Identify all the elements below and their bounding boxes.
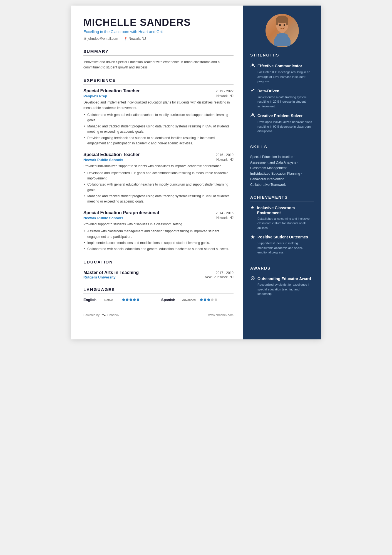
skills-title: SKILLS <box>250 145 314 149</box>
skill-dot-2: · <box>297 161 298 164</box>
achievement-desc-2: Supported students in making measurable … <box>250 241 314 255</box>
strength-item-1: Effective Communicator Facilitated IEP m… <box>250 63 314 84</box>
bullet-item: Managed and tracked student progress usi… <box>83 194 234 204</box>
achievement-item-2: Positive Student Outcomes Supported stud… <box>250 235 314 255</box>
achievement-header-1: Inclusive Classroom Environment <box>250 205 314 215</box>
svg-point-4 <box>279 24 281 26</box>
job-location-2: Newark, NJ <box>216 158 234 162</box>
job-org-3: Newark Public Schools <box>83 216 123 220</box>
strengths-divider <box>250 59 314 59</box>
powered-by-label: Powered by <box>83 313 100 317</box>
strength-desc-1: Facilitated IEP meetings resulting in an… <box>250 70 314 84</box>
tagline: Excelling in the Classroom with Heart an… <box>83 29 234 34</box>
positive-outcomes-icon <box>250 235 255 240</box>
svg-point-5 <box>284 24 285 26</box>
languages-title: LANGUAGES <box>83 287 234 292</box>
edu-location-1: New Brunswick, NJ <box>205 275 234 279</box>
bullet-item: Collaborated with general education teac… <box>83 182 234 193</box>
summary-title: SUMMARY <box>83 49 234 54</box>
svg-rect-3 <box>286 19 288 25</box>
strength-title-1: Effective Communicator <box>257 64 302 68</box>
footer: Powered by Enhancv www.enhancv.com <box>83 313 234 317</box>
education-divider <box>83 266 234 266</box>
dot <box>211 299 214 301</box>
photo-placeholder <box>266 14 299 47</box>
bullet-item: Developed and implemented IEP goals and … <box>83 171 234 181</box>
summary-text: Innovative and driven Special Education … <box>83 60 234 70</box>
education-section: EDUCATION Master of Arts in Teaching 201… <box>83 260 234 279</box>
job-bullets-1: Collaborated with general education teac… <box>83 112 234 146</box>
skill-dot-3: · <box>288 166 289 169</box>
lang-level-spanish: Advanced <box>182 298 197 302</box>
lang-name-english: English <box>83 298 101 302</box>
location-contact: 📍 Newark, NJ <box>124 37 146 41</box>
edu-degree-1: Master of Arts in Teaching <box>83 270 139 275</box>
edu-org-1: Rutgers University <box>83 275 116 279</box>
job-title-2: Special Education Teacher <box>83 152 140 157</box>
strength-title-2: Data-Driven <box>257 89 279 93</box>
job-org-line-1: People's Prep Newark, NJ <box>83 94 234 98</box>
job-dates-2: 2016 - 2019 <box>216 153 234 157</box>
lang-dots-english <box>122 299 139 301</box>
strength-desc-3: Developed individualized behavior plans … <box>250 120 314 134</box>
strengths-title: STRENGTHS <box>250 53 314 57</box>
dot <box>200 299 203 301</box>
job-entry-3: Special Education Paraprofessional 2014 … <box>83 210 234 252</box>
achievement-item-1: Inclusive Classroom Environment Establis… <box>250 205 314 230</box>
edu-entry-1: Master of Arts in Teaching 2017 - 2019 R… <box>83 270 234 279</box>
language-spanish: Spanish Advanced <box>161 298 234 302</box>
summary-section: SUMMARY Innovative and driven Special Ed… <box>83 49 234 70</box>
achievements-divider <box>250 201 314 201</box>
job-header-1: Special Education Teacher 2019 - 2022 <box>83 88 234 93</box>
bullet-item: Provided ongoing feedback and support to… <box>83 135 234 146</box>
strengths-section: STRENGTHS Effective Communicator Facilit… <box>243 53 321 138</box>
edu-dates-1: 2017 - 2019 <box>216 271 234 275</box>
languages-divider <box>83 293 234 294</box>
website-url: www.enhancv.com <box>208 313 234 317</box>
summary-divider <box>83 55 234 56</box>
strength-header-3: Creative Problem-Solver <box>250 113 314 119</box>
job-bullets-2: Developed and implemented IEP goals and … <box>83 171 234 204</box>
achievement-title-1: Inclusive Classroom Environment <box>257 205 314 215</box>
strength-desc-2: Implemented a data tracking system resul… <box>250 95 314 109</box>
lang-name-spanish: Spanish <box>161 298 179 302</box>
photo-area <box>243 6 321 53</box>
skill-label-4: Individualized Education Planning <box>250 172 300 176</box>
strength-title-3: Creative Problem-Solver <box>257 114 303 118</box>
left-column: MICHELLE SANDERS Excelling in the Classr… <box>71 6 243 339</box>
award-header-1: Outstanding Educator Award <box>250 276 314 281</box>
strength-item-2: Data-Driven Implemented a data tracking … <box>250 88 314 109</box>
dot <box>133 299 136 301</box>
enhancv-logo-svg <box>101 313 106 317</box>
experience-divider <box>83 84 234 85</box>
achievements-title: ACHIEVEMENTS <box>250 195 314 199</box>
achievement-title-2: Positive Student Outcomes <box>257 235 308 240</box>
powered-by: Powered by Enhancv <box>83 313 119 317</box>
person-silhouette <box>268 15 296 46</box>
job-dates-1: 2019 - 2022 <box>216 89 234 93</box>
languages-section: LANGUAGES English Native Spanish <box>83 287 234 302</box>
dot <box>215 299 217 301</box>
skill-dot-1: · <box>294 155 295 158</box>
skill-item-6: Collaborative Teamwork <box>250 183 314 187</box>
enhancv-logo: Enhancv <box>101 313 119 317</box>
dot <box>207 299 210 301</box>
contact-line: @ johndoe@email.com 📍 Newark, NJ <box>83 37 234 41</box>
skill-label-6: Collaborative Teamwork <box>250 183 286 187</box>
achievement-header-2: Positive Student Outcomes <box>250 235 314 240</box>
right-column: STRENGTHS Effective Communicator Facilit… <box>243 6 321 339</box>
brand-name: Enhancv <box>107 313 119 317</box>
edu-org-line-1: Rutgers University New Brunswick, NJ <box>83 275 234 279</box>
job-entry-2: Special Education Teacher 2016 - 2019 Ne… <box>83 152 234 204</box>
skill-item-1: Special Education Instruction · <box>250 155 314 159</box>
bullet-item: Collaborated with special education and … <box>83 246 234 252</box>
job-org-1: People's Prep <box>83 94 107 98</box>
dot <box>126 299 128 301</box>
skill-label-2: Assessment and Data Analysis <box>250 161 296 164</box>
awards-section: AWARDS Outstanding Educator Award Recogn… <box>243 266 321 300</box>
resume-container: MICHELLE SANDERS Excelling in the Classr… <box>71 6 321 339</box>
problem-solver-icon <box>250 113 255 119</box>
dot <box>130 299 132 301</box>
email-icon: @ <box>83 37 86 40</box>
inclusive-icon <box>250 206 255 211</box>
